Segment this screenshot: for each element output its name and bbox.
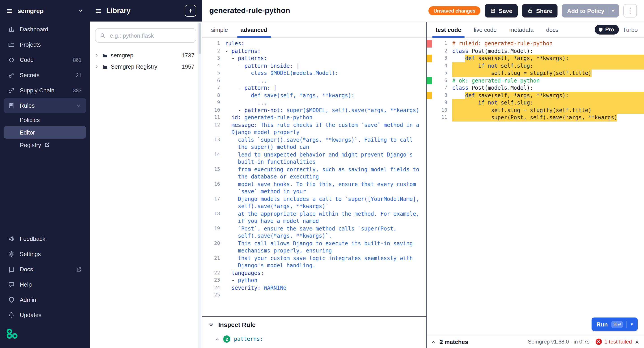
- match-highlight: self.slug = slugify(self.title): [491, 70, 591, 77]
- tab-docs[interactable]: docs: [540, 22, 565, 37]
- code-line-text: lead to unexpected behavior and might pr…: [225, 151, 426, 166]
- code-line-text: message: This rule checks if the custom …: [225, 121, 426, 136]
- sidebar-item-projects[interactable]: Projects: [4, 37, 86, 52]
- run-button[interactable]: Run ⌘↵ ▾: [592, 317, 638, 331]
- save-button[interactable]: Save: [485, 4, 518, 18]
- sidebar-subitem-label: Editor: [20, 129, 35, 136]
- tab-advanced[interactable]: advanced: [234, 22, 274, 37]
- library-folder[interactable]: Semgrep Registry1957: [90, 61, 202, 72]
- sidebar-item-help[interactable]: Help: [4, 277, 86, 292]
- line-number: 3: [202, 55, 225, 62]
- code-line: 17Django models includes a call to `supe…: [202, 195, 426, 210]
- chevron-up-icon[interactable]: [215, 336, 220, 341]
- tab-live-code[interactable]: live code: [468, 22, 503, 37]
- hamburger-icon[interactable]: [6, 8, 13, 14]
- workspace: generated-rule-python Unsaved changes Sa…: [202, 0, 644, 348]
- tab-simple[interactable]: simple: [205, 22, 234, 37]
- line-number: 2: [202, 47, 225, 55]
- code-line: 21that your custom save logic integrates…: [202, 254, 426, 269]
- code-line-text: ...: [225, 77, 426, 84]
- inspect-rule-row[interactable]: 2 patterns:: [202, 333, 426, 345]
- code-line: 6...: [202, 77, 426, 84]
- sidebar-item-dashboard[interactable]: Dashboard: [4, 22, 86, 37]
- org-switcher[interactable]: semgrep: [0, 0, 90, 22]
- sidebar-item-policies[interactable]: Policies: [4, 114, 86, 126]
- code-line-text: that your custom save logic integrates s…: [225, 254, 426, 269]
- code-line-text: def save(self, *args, **kwargs):: [225, 92, 426, 99]
- inspect-rule-key: patterns:: [234, 336, 263, 342]
- amber-gutter-marker: [427, 92, 432, 99]
- external-link-icon: [76, 267, 82, 272]
- test-pane: test codelive codemetadatadocs Pro Turbo…: [427, 22, 644, 348]
- version-info: Semgrep v1.68.0 · in 0.7s ·: [528, 338, 593, 345]
- save-icon: [490, 8, 496, 14]
- code-line: 18at the appropriate place within the me…: [202, 210, 426, 225]
- gutter-spacer: [427, 114, 432, 121]
- sidebar-item-label: Docs: [20, 266, 71, 273]
- match-highlight: if not self.slug:: [478, 62, 533, 70]
- external-link-icon: [44, 142, 50, 148]
- line-number: 17: [202, 195, 225, 210]
- rule-editor[interactable]: 1rules:2- patterns:3- patterns:4- patter…: [202, 38, 426, 316]
- code-line: 25: [202, 291, 426, 299]
- tab-metadata[interactable]: metadata: [503, 22, 540, 37]
- sidebar-item-label: Code: [20, 57, 68, 63]
- turbo-toggle[interactable]: Turbo: [623, 26, 638, 33]
- code-line: 16model save hooks. To fix this, ensure …: [202, 180, 426, 195]
- pro-label: Pro: [605, 27, 614, 33]
- code-line: 19`Post`, ensure the save method calls `…: [202, 225, 426, 240]
- line-number: 13: [202, 136, 225, 151]
- chevron-right-icon: [94, 53, 99, 58]
- sidebar-item-settings[interactable]: Settings: [4, 247, 86, 261]
- line-number: 5: [202, 70, 225, 77]
- line-number: 3: [432, 55, 452, 62]
- add-to-policy-button[interactable]: Add to Policy ▾: [562, 4, 619, 18]
- sidebar-item-code[interactable]: Code861: [4, 53, 86, 67]
- sidebar-item-secrets[interactable]: Secrets21: [4, 68, 86, 83]
- code-line: 10- pattern-not: super($MODEL, self).sav…: [202, 107, 426, 114]
- rule-editor-pane: simpleadvanced 1rules:2- patterns:3- pat…: [202, 22, 427, 348]
- sidebar-item-feedback[interactable]: Feedback: [4, 231, 86, 246]
- test-statusbar: 2 matches Semgrep v1.68.0 · in 0.7s · ✕ …: [427, 335, 644, 348]
- test-code-line: 8 def save(self, *args, **kwargs):: [427, 92, 644, 99]
- library-scrollbar[interactable]: [198, 22, 201, 348]
- sidebar-item-rules[interactable]: Rules: [4, 98, 86, 113]
- more-options-button[interactable]: ⋮: [624, 4, 637, 18]
- count-badge: 21: [76, 72, 82, 78]
- line-number: 15: [202, 166, 225, 180]
- sidebar-item-label: Settings: [20, 251, 82, 257]
- lock-icon: [528, 8, 533, 14]
- dashboard-icon: [8, 26, 15, 33]
- library-folder[interactable]: semgrep1737: [90, 50, 202, 61]
- match-highlight: def save(self, *args, **kwargs):: [465, 55, 569, 62]
- tab-test-code[interactable]: test code: [429, 22, 468, 37]
- code-line-text: Django models includes a call to `super(…: [225, 195, 426, 210]
- sidebar-item-supply-chain[interactable]: Supply Chain383: [4, 83, 86, 98]
- folder-name: semgrep: [111, 52, 133, 59]
- share-button[interactable]: Share: [522, 4, 558, 18]
- code-line: 4- pattern-inside: |: [202, 62, 426, 70]
- sidebar-item-label: Supply Chain: [20, 87, 68, 94]
- gear-icon: [8, 251, 15, 257]
- search-input[interactable]: [109, 32, 191, 39]
- megaphone-icon: [8, 235, 15, 242]
- line-number: 12: [202, 121, 225, 136]
- match-count-badge: 2: [223, 335, 230, 342]
- code-line-text: This call allows Django to execute its b…: [225, 240, 426, 254]
- sidebar-item-docs[interactable]: Docs: [4, 262, 86, 277]
- chevron-down-icon: [78, 8, 83, 14]
- inspect-rule-header[interactable]: Inspect Rule: [202, 317, 426, 333]
- run-options-caret[interactable]: ▾: [631, 322, 633, 326]
- library-title: Library: [106, 7, 180, 15]
- sidebar-item-editor[interactable]: Editor: [4, 126, 86, 139]
- match-highlight: super(Post, self).save(*args, **kwargs): [491, 114, 617, 121]
- new-rule-button[interactable]: [185, 5, 196, 17]
- double-chevron-up-icon[interactable]: [634, 339, 640, 344]
- test-code-editor[interactable]: 1# ruleid: generated-rule-python2class P…: [427, 38, 644, 335]
- chevron-up-icon[interactable]: [431, 339, 436, 344]
- sidebar-item-updates[interactable]: Updates: [4, 308, 86, 322]
- sidebar-item-admin[interactable]: Admin: [4, 292, 86, 307]
- double-chevron-down-icon[interactable]: [208, 322, 214, 327]
- chevron-right-icon: [94, 64, 99, 69]
- sidebar-item-registry[interactable]: Registry: [4, 139, 86, 151]
